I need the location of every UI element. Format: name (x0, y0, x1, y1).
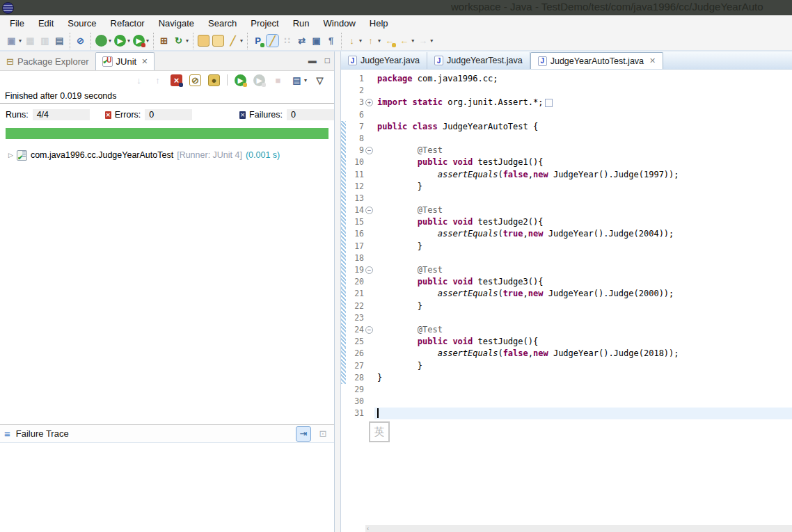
menu-help[interactable]: Help (363, 17, 395, 30)
code-text[interactable]: public void testJudge1(){ (374, 156, 792, 168)
code-text[interactable] (374, 193, 792, 204)
filter-stack-trace-button[interactable]: ⇥ (296, 427, 310, 441)
skip-all-breakpoints-icon[interactable]: ⊘ (74, 35, 86, 47)
code-text[interactable]: assertEquals(false,new JudgeYear().Judge… (374, 169, 792, 181)
next-annotation-icon[interactable]: ↓ (346, 35, 358, 47)
run-coverage-icon[interactable]: ▶ (133, 35, 145, 47)
minimize-view-icon[interactable]: ▬ (308, 56, 317, 65)
test-suite-row[interactable]: ▷ ✔ com.java1996.cc.JudgeYearAutoTest [R… (8, 149, 334, 161)
debug-dropdown-icon[interactable]: ▾ (109, 38, 111, 44)
menu-search[interactable]: Search (201, 17, 244, 30)
code-text[interactable]: @Test (374, 324, 792, 336)
code-text[interactable]: } (374, 372, 792, 384)
maximize-view-icon[interactable]: □ (325, 56, 330, 65)
previous-annotation-icon[interactable]: ↑ (365, 35, 377, 47)
view-tab-package-explorer[interactable]: ⊟Package Explorer (0, 52, 95, 70)
menu-navigate[interactable]: Navigate (152, 17, 201, 30)
test-run-history-icon[interactable]: ▤ (291, 74, 303, 86)
fold-collapse-icon[interactable]: − (365, 147, 373, 154)
show-skipped-only-icon[interactable]: ⊘ (189, 74, 201, 86)
print-icon[interactable]: ▤ (54, 35, 65, 47)
import-wizard-icon[interactable] (198, 35, 209, 47)
menu-file[interactable]: File (3, 17, 31, 30)
new-java-class-dropdown-icon[interactable]: ▾ (186, 38, 189, 44)
fold-collapse-icon[interactable]: − (365, 207, 373, 214)
show-source-icon[interactable]: ▣ (310, 35, 322, 47)
fold-collapse-icon[interactable]: − (365, 266, 373, 274)
code-text[interactable]: import static org.junit.Assert.*; (374, 97, 792, 108)
code-text[interactable]: @Test (374, 145, 792, 156)
code-text[interactable]: assertEquals(true,new JudgeYear().Judge(… (374, 228, 792, 240)
code-text[interactable]: } (374, 181, 792, 193)
show-whitespace-icon[interactable]: ¶ (325, 35, 337, 47)
scroll-lock-icon[interactable]: ● (208, 74, 220, 86)
close-tab-icon[interactable]: ✕ (141, 57, 148, 66)
view-tab-junit[interactable]: ✔UJUnit✕ (95, 52, 155, 70)
open-plugin-icon[interactable]: P (252, 35, 264, 47)
editor-tab-judgeyearautotest-java[interactable]: JJudgeYearAutoTest.java✕ (530, 52, 664, 69)
code-text[interactable] (374, 85, 792, 97)
menu-refactor[interactable]: Refactor (104, 17, 152, 30)
code-text[interactable]: } (374, 300, 792, 312)
code-text[interactable]: public class JudgeYearAutoTest { (374, 121, 792, 133)
debug-icon[interactable] (95, 35, 107, 47)
scroll-left-icon[interactable]: ‹ (367, 525, 369, 532)
menu-run[interactable]: Run (286, 17, 317, 30)
mark-occurrences-icon[interactable]: ╱ (267, 35, 278, 47)
code-text[interactable] (374, 109, 792, 121)
folded-region-icon[interactable] (545, 99, 553, 107)
external-tools-icon[interactable]: ╱ (227, 35, 239, 47)
editor-tab-judgeyear-java[interactable]: JJudgeYear.java (341, 52, 427, 69)
code-text[interactable] (374, 252, 792, 264)
code-text[interactable] (374, 384, 792, 396)
code-text[interactable]: public void testJudge3(){ (374, 276, 792, 288)
code-text[interactable]: } (374, 360, 792, 372)
editor-tab-judgeyeartest-java[interactable]: JJudgeYearTest.java (427, 52, 530, 69)
external-tools-dropdown-icon[interactable]: ▾ (240, 38, 243, 44)
failure-trace-menu-icon[interactable]: ≡ (4, 428, 10, 440)
code-text[interactable] (374, 133, 792, 145)
new-wizard-icon[interactable]: ▣ (6, 35, 17, 47)
last-edit-location-icon[interactable]: ← (383, 35, 395, 47)
code-text[interactable]: @Test (374, 264, 792, 276)
view-menu-icon[interactable]: ▽ (314, 74, 326, 86)
run-dropdown-icon[interactable]: ▾ (127, 38, 130, 44)
rerun-test-icon[interactable]: ▶ (235, 74, 246, 86)
code-text[interactable]: assertEquals(true,new JudgeYear().Judge(… (374, 288, 792, 300)
next-annotation-dropdown-icon[interactable]: ▾ (359, 38, 362, 44)
toolbar-group: P╱∷⇄▣¶ (247, 33, 341, 49)
code-text[interactable]: public void testJudge2(){ (374, 216, 792, 228)
show-failures-only-icon[interactable]: × (171, 74, 182, 86)
menu-source[interactable]: Source (61, 17, 103, 30)
run-coverage-dropdown-icon[interactable]: ▾ (146, 38, 149, 44)
back-dropdown-icon[interactable]: ▾ (411, 38, 414, 44)
back-icon[interactable]: ← (398, 35, 410, 47)
menu-project[interactable]: Project (244, 17, 285, 30)
menu-edit[interactable]: Edit (31, 17, 61, 30)
open-wizard-icon[interactable] (212, 35, 224, 47)
new-java-class-icon[interactable]: ↻ (173, 35, 184, 47)
forward-dropdown-icon[interactable]: ▾ (430, 38, 433, 44)
fold-expand-icon[interactable]: + (365, 99, 373, 106)
code-text[interactable] (374, 408, 792, 419)
new-java-project-icon[interactable]: ⊞ (158, 35, 170, 47)
close-tab-icon[interactable]: ✕ (649, 56, 656, 65)
code-text[interactable]: } (374, 241, 792, 252)
run-icon[interactable]: ▶ (114, 35, 126, 47)
code-text[interactable]: public void testJudge(){ (374, 336, 792, 348)
eclipse-logo-icon[interactable] (2, 2, 14, 14)
code-text[interactable]: @Test (374, 204, 792, 216)
code-text[interactable] (374, 312, 792, 324)
link-with-editor-icon[interactable]: ⇄ (296, 35, 308, 47)
test-run-history-dropdown-icon[interactable]: ▾ (304, 77, 307, 83)
code-text[interactable]: assertEquals(false,new JudgeYear().Judge… (374, 348, 792, 360)
code-text[interactable]: package com.java1996.cc; (374, 73, 792, 85)
expand-arrow-icon[interactable]: ▷ (8, 152, 13, 159)
new-wizard-dropdown-icon[interactable]: ▾ (19, 38, 22, 44)
fold-collapse-icon[interactable]: − (365, 326, 373, 334)
panel-sash[interactable] (335, 51, 341, 532)
menu-window[interactable]: Window (317, 17, 363, 30)
previous-annotation-dropdown-icon[interactable]: ▾ (378, 38, 381, 44)
horizontal-scrollbar[interactable]: ‹ (365, 525, 792, 532)
code-text[interactable] (374, 396, 792, 408)
